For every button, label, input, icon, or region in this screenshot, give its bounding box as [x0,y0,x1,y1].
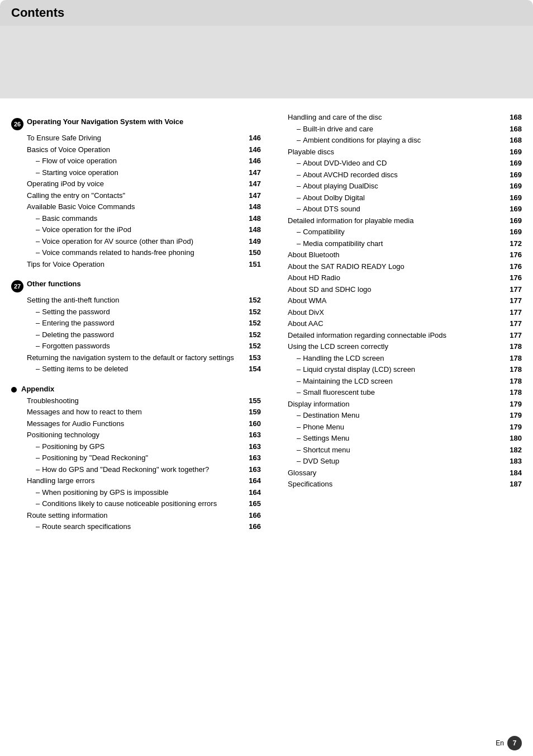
list-item: – Compatibility 169 [297,226,522,238]
list-item: Route setting information 166 [27,510,261,521]
entry-page: 177 [510,318,522,329]
entry-text: Using the LCD screen correctly [288,341,507,352]
entry-page: 151 [249,259,261,270]
list-item: Playable discs 169 [288,147,522,158]
entry-page: 146 [249,144,261,155]
entry-page: 168 [510,124,522,135]
entry-page: 178 [510,353,522,364]
entry-page: 184 [510,467,522,479]
dash-icon: – [36,247,40,258]
list-item: – Route search specifications 166 [36,521,261,532]
entry-page: 177 [510,295,522,306]
entry-text: Settings Menu [303,433,507,444]
entry-page: 164 [249,475,261,486]
dash-icon: – [297,169,301,181]
entry-text: Compatibility [303,226,507,238]
page-title: Contents [11,6,64,20]
dash-icon: – [36,306,40,318]
right-column: Handling and care of the disc 168 – Buil… [272,110,522,533]
appendix-title: Appendix [21,385,54,393]
entry-text: When positioning by GPS is impossible [42,487,246,498]
entry-text: Route search specifications [42,521,246,532]
section-26-title: Operating Your Navigation System with Vo… [27,117,183,126]
list-item: – Positioning by GPS 163 [36,441,261,452]
list-item: Calling the entry on "Contacts" 147 [27,190,261,201]
list-item: Operating iPod by voice 147 [27,178,261,190]
list-item: Messages for Audio Functions 160 [27,418,261,429]
list-item: Available Basic Voice Commands 148 [27,201,261,212]
entry-text: Maintaining the LCD screen [303,376,507,387]
entry-page: 168 [510,112,522,123]
entry-page: 176 [510,261,522,272]
entry-text: Ambient conditions for playing a disc [303,135,507,146]
entry-text: To Ensure Safe Driving [27,133,246,144]
list-item: – Setting the password 152 [36,306,261,318]
entry-text: Detailed information regarding connectab… [288,330,507,341]
entry-text: Glossary [288,467,507,479]
entry-page: 152 [249,306,261,318]
entry-page: 179 [510,422,522,433]
dash-icon: – [36,441,40,452]
list-item: Basics of Voice Operation 146 [27,144,261,155]
entry-page: 178 [510,387,522,398]
language-label: En [496,739,504,747]
entry-page: 164 [249,487,261,498]
list-item: – Voice operation for AV source (other t… [36,236,261,247]
list-item: – Entering the password 152 [36,318,261,329]
entry-page: 168 [510,135,522,146]
list-item: – When positioning by GPS is impossible … [36,487,261,498]
entry-text: Liquid crystal display (LCD) screen [303,364,507,375]
list-item: Positioning technology 163 [27,429,261,441]
dash-icon: – [36,213,40,224]
list-item: Detailed information for playable media … [288,215,522,226]
entry-text: Playable discs [288,147,507,158]
list-item: About AAC 177 [288,318,522,329]
entry-text: Starting voice operation [42,167,246,178]
entry-page: 169 [510,158,522,169]
content-area: 26 Operating Your Navigation System with… [0,104,533,544]
entry-page: 172 [510,238,522,249]
entry-page: 146 [249,155,261,167]
entry-text: Deleting the password [42,329,246,341]
list-item: – Ambient conditions for playing a disc … [297,135,522,146]
list-item: – Handling the LCD screen 178 [297,353,522,364]
entry-page: 147 [249,167,261,178]
entry-text: Flow of voice operation [42,155,246,167]
entry-text: Basics of Voice Operation [27,144,246,155]
entry-text: Handling large errors [27,475,246,486]
gray-decorative-band [0,26,533,98]
entry-page: 163 [249,452,261,464]
entry-page: 163 [249,429,261,441]
list-item: About WMA 177 [288,295,522,306]
dash-icon: – [36,363,40,375]
entry-page: 152 [249,341,261,352]
list-item: Display information 179 [288,399,522,410]
dash-icon: – [36,236,40,247]
entry-text: Basic commands [42,213,246,224]
entry-page: 176 [510,272,522,284]
entry-page: 148 [249,213,261,224]
entry-page: 177 [510,284,522,295]
list-item: Setting the anti-theft function 152 [27,295,261,306]
dash-icon: – [36,452,40,464]
entry-page: 169 [510,169,522,181]
entry-page: 177 [510,307,522,318]
dash-icon: – [36,341,40,352]
dash-icon: – [36,224,40,235]
header-band: Contents [0,0,533,26]
list-item: – Starting voice operation 147 [36,167,261,178]
entry-page: 179 [510,399,522,410]
entry-page: 178 [510,364,522,375]
list-item: – Small fluorescent tube 178 [297,387,522,398]
entry-page: 177 [510,330,522,341]
list-item: – About Dolby Digital 169 [297,192,522,204]
list-item: About the SAT RADIO READY Logo 176 [288,261,522,272]
list-item: – Forgotten passwords 152 [36,341,261,352]
entry-page: 154 [249,363,261,375]
list-item: Detailed information regarding connectab… [288,330,522,341]
entry-text: Operating iPod by voice [27,178,246,190]
entry-page: 159 [249,407,261,418]
entry-text: About DivX [288,307,507,318]
list-item: Specifications 187 [288,479,522,490]
entry-page: 169 [510,181,522,192]
